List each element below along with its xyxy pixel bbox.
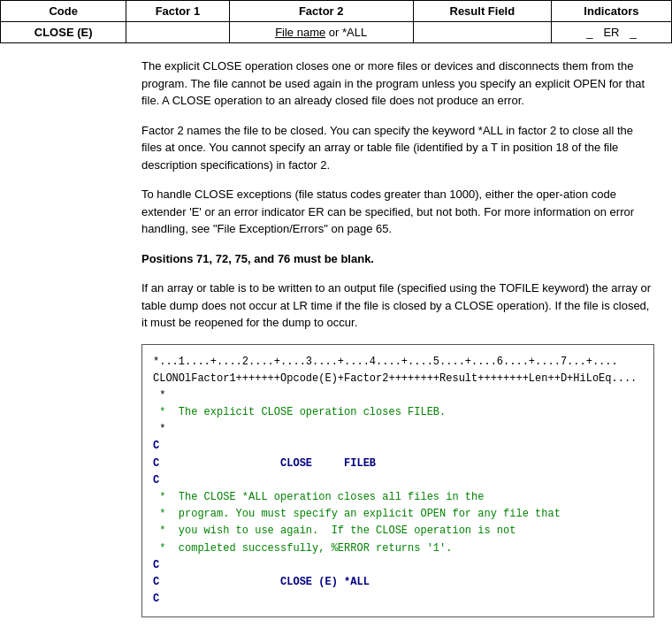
row-code: CLOSE (E): [1, 22, 126, 43]
col-header-result: Result Field: [413, 1, 551, 22]
content-area: The explicit CLOSE operation closes one …: [0, 43, 672, 628]
code-line: *: [153, 387, 643, 404]
row-factor1: [126, 22, 229, 43]
indicator-er: ER: [599, 24, 622, 41]
indicator-blank1: _: [583, 24, 596, 41]
col-header-code: Code: [1, 1, 126, 22]
row-factor2: File name or *ALL: [229, 22, 413, 43]
code-line: CLONOlFactor1+++++++Opcode(E)+Factor2+++…: [153, 371, 643, 387]
paragraph-1: The explicit CLOSE operation closes one …: [141, 57, 654, 110]
col-header-factor2: Factor 2: [229, 1, 413, 22]
code-line: C: [153, 472, 643, 489]
code-line: C CLOSE FILEB: [153, 456, 643, 472]
paragraph-2: Factor 2 names the file to be closed. Yo…: [141, 122, 654, 174]
row-indicators: _ ER _: [551, 22, 671, 43]
code-line: C: [153, 557, 643, 574]
paragraph-5: If an array or table is to be written to…: [141, 280, 654, 332]
code-line: * program. You must specify an explicit …: [153, 506, 643, 523]
paragraph-3: To handle CLOSE exceptions (file status …: [141, 186, 654, 238]
code-line: *...1....+....2....+....3....+....4....+…: [153, 354, 643, 371]
code-line: C: [153, 591, 643, 608]
factor2-all: *ALL: [342, 26, 367, 39]
code-line: * The explicit CLOSE operation closes FI…: [153, 404, 643, 421]
factor2-link[interactable]: File name: [275, 26, 325, 39]
code-line: *: [153, 421, 643, 438]
row-result-field: [413, 22, 551, 43]
code-line: C: [153, 438, 643, 455]
paragraph-4: Positions 71, 72, 75, and 76 must be bla…: [141, 250, 654, 268]
col-header-indicators: Indicators: [551, 1, 671, 22]
factor2-or: or: [325, 26, 342, 39]
code-example-box: *...1....+....2....+....3....+....4....+…: [141, 344, 654, 618]
operation-table: Code Factor 1 Factor 2 Result Field Indi…: [0, 0, 672, 43]
indicator-blank2: _: [626, 24, 639, 41]
code-line: * you wish to use again. If the CLOSE op…: [153, 523, 643, 540]
code-line: * The CLOSE *ALL operation closes all fi…: [153, 489, 643, 506]
code-line: * completed successfully, %ERROR returns…: [153, 540, 643, 557]
col-header-factor1: Factor 1: [126, 1, 229, 22]
code-line: C CLOSE (E) *ALL: [153, 574, 643, 591]
